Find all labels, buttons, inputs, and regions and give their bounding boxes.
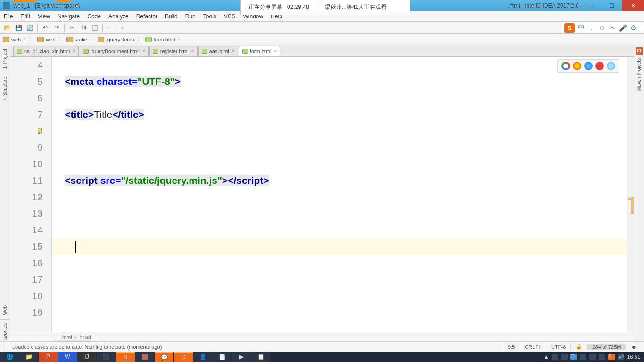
- close-tab-icon[interactable]: ×: [232, 49, 235, 54]
- firefox-icon[interactable]: [573, 62, 581, 70]
- redo-icon[interactable]: ↷: [51, 23, 62, 33]
- minimize-button[interactable]: —: [579, 0, 601, 11]
- save-icon[interactable]: 💾: [13, 23, 24, 33]
- bulb-icon[interactable]: 💡: [36, 123, 42, 139]
- chevron-right-icon: 〉: [90, 36, 95, 43]
- rail-structure[interactable]: 7: Structure: [2, 73, 8, 105]
- copy-icon[interactable]: ⿻: [78, 23, 89, 33]
- statusbar-icon[interactable]: [3, 344, 9, 350]
- tab-aaa[interactable]: aaa.html×: [198, 46, 238, 56]
- taskbar-ppt[interactable]: P: [39, 352, 58, 362]
- menu-edit[interactable]: Edit: [17, 13, 34, 20]
- taskbar-s[interactable]: S: [116, 352, 135, 362]
- tray-volume-icon[interactable]: 🔊: [618, 354, 624, 360]
- taskbar-app6[interactable]: 📋: [251, 352, 270, 362]
- status-linesep[interactable]: CRLF‡: [520, 344, 546, 350]
- ime-scissors-icon[interactable]: ✂: [609, 24, 616, 32]
- share-status: 正在分享屏幕: [248, 4, 282, 10]
- crumb-file[interactable]: form.html: [142, 37, 178, 42]
- ime-emoji-icon[interactable]: ☺: [598, 24, 606, 32]
- status-encoding[interactable]: UTF-8: [546, 344, 570, 350]
- close-tab-icon[interactable]: ×: [73, 49, 75, 54]
- tray-icon[interactable]: [580, 354, 586, 360]
- taskbar-wx[interactable]: 💬: [155, 352, 173, 362]
- tray-icon[interactable]: [561, 354, 568, 360]
- paste-icon[interactable]: 📋: [90, 23, 100, 33]
- ime-sogou-icon[interactable]: S: [564, 23, 575, 33]
- fold-icon[interactable]: ⊟: [38, 238, 42, 255]
- safari-icon[interactable]: [584, 62, 593, 70]
- ime-mic-icon[interactable]: 🎤: [619, 24, 627, 32]
- ime-lang[interactable]: 中: [578, 24, 585, 32]
- undo-icon[interactable]: ↶: [40, 23, 50, 33]
- open-icon[interactable]: 📂: [2, 23, 12, 33]
- taskbar-app2[interactable]: 🟫: [135, 352, 154, 362]
- menu-vcs[interactable]: VCS: [220, 13, 239, 20]
- close-button[interactable]: ✕: [622, 0, 644, 11]
- crumb-static[interactable]: static: [64, 37, 90, 42]
- taskbar-word[interactable]: W: [58, 352, 77, 362]
- crumb-project[interactable]: web_1: [0, 37, 29, 42]
- taskbar-app4[interactable]: 📄: [213, 352, 231, 362]
- tray-icon[interactable]: [599, 354, 605, 360]
- editor-scrollbar[interactable]: [627, 57, 634, 332]
- ie-icon[interactable]: [607, 62, 615, 70]
- fold-icon[interactable]: ⊟: [38, 304, 42, 321]
- crumb-label: web_1: [11, 37, 26, 42]
- rail-web[interactable]: Web: [2, 302, 8, 319]
- chrome-icon[interactable]: [561, 62, 570, 70]
- menu-navigate[interactable]: Navigate: [54, 13, 83, 20]
- close-tab-icon[interactable]: ×: [274, 49, 277, 54]
- taskbar-chrome[interactable]: 🌐: [0, 352, 19, 362]
- cut-icon[interactable]: ✂: [67, 23, 77, 33]
- tray-icon[interactable]: [589, 354, 596, 360]
- menu-code[interactable]: Code: [83, 13, 105, 20]
- ime-comma-icon[interactable]: ，: [588, 24, 595, 32]
- menu-build[interactable]: Build: [161, 13, 182, 20]
- taskbar-app3[interactable]: 👤: [193, 352, 212, 362]
- status-inspector-icon[interactable]: ☻: [626, 344, 641, 350]
- forward-icon[interactable]: →: [116, 23, 127, 33]
- tab-register[interactable]: register.html×: [149, 46, 198, 56]
- taskbar-intellij[interactable]: IJ: [77, 352, 96, 362]
- taskbar-app5[interactable]: ▶: [232, 352, 251, 362]
- refresh-icon[interactable]: 🔄: [25, 23, 35, 33]
- tab-nabi[interactable]: na_bi_xiao_xin.html×: [13, 46, 79, 56]
- tray-icon[interactable]: [552, 354, 558, 360]
- crumb-web[interactable]: web: [34, 37, 58, 42]
- maximize-button[interactable]: ☐: [601, 0, 622, 11]
- back-icon[interactable]: ←: [105, 23, 116, 33]
- tray-qq-icon[interactable]: Q: [570, 354, 577, 360]
- status-pos[interactable]: 9:5: [503, 344, 520, 350]
- window-title-left: web_1 - [E:\git-workspace\: [13, 2, 80, 9]
- close-tab-icon[interactable]: ×: [142, 49, 145, 54]
- opera-icon[interactable]: [595, 62, 604, 70]
- menu-run[interactable]: Run: [182, 13, 199, 20]
- fold-icon[interactable]: ⊟: [38, 205, 42, 222]
- tab-form[interactable]: form.html×: [239, 46, 281, 56]
- menu-file[interactable]: File: [0, 13, 17, 20]
- code-area[interactable]: <meta charset="UTF-8"> <title>Title</tit…: [52, 57, 627, 332]
- menu-refactor[interactable]: Refactor: [132, 13, 161, 20]
- clock[interactable]: 16:51: [627, 354, 640, 360]
- tray-sogou-icon[interactable]: S: [608, 354, 615, 360]
- tab-jquerydoc[interactable]: jqueryDocument.html×: [80, 46, 149, 56]
- editor[interactable]: 456 78💡 91011 12⊟ 13⊟ 14 15⊟ 161718 19⊟ …: [10, 57, 634, 332]
- crumb-jquerydemo[interactable]: jqueryDemo: [95, 37, 137, 42]
- close-tab-icon[interactable]: ×: [191, 49, 194, 54]
- menu-tools[interactable]: Tools: [199, 13, 220, 20]
- status-lock-icon[interactable]: 🔓: [570, 344, 587, 350]
- taskbar-c[interactable]: C: [174, 352, 193, 362]
- rail-maven[interactable]: Maven Projects: [636, 55, 642, 95]
- line-gutter[interactable]: 456 78💡 91011 12⊟ 13⊟ 14 15⊟ 161718 19⊟: [10, 57, 52, 332]
- taskbar-explorer[interactable]: 📁: [19, 352, 38, 362]
- status-memory[interactable]: 284 of 725M: [587, 344, 626, 350]
- menu-view[interactable]: View: [34, 13, 54, 20]
- fold-icon[interactable]: ⊟: [38, 189, 42, 205]
- rail-project[interactable]: 1: Project: [2, 45, 8, 73]
- tray-up-icon[interactable]: ▲: [544, 354, 549, 360]
- taskbar-app[interactable]: ⬛: [97, 352, 116, 362]
- chevron-right-icon: 〉: [29, 36, 34, 43]
- menu-analyze[interactable]: Analyze: [105, 13, 132, 20]
- ime-settings-icon[interactable]: ⚙: [629, 24, 637, 32]
